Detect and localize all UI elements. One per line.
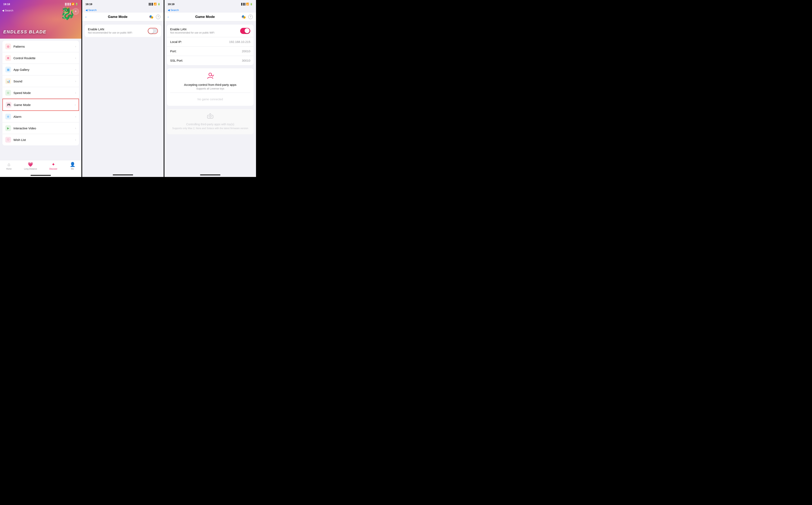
wish-list-label: Wish List — [13, 138, 75, 142]
status-icons-p2: ▐▐▐ 📶 🔋 — [148, 3, 160, 5]
me-nav-icon: 👤 — [70, 162, 75, 167]
help-button-p2[interactable]: ? — [156, 15, 160, 19]
help-button-p3[interactable]: ? — [248, 15, 253, 19]
wifi-icon-p2: 📶 — [154, 3, 157, 5]
nav-long-distance[interactable]: 💗 Long Distance — [24, 162, 37, 170]
local-ip-value: 192.168.10.215 — [229, 40, 250, 43]
battery-icon-p3: 🔋 — [250, 3, 253, 5]
signal-icon-p2: ▐▐▐ — [148, 3, 153, 5]
game-mode-chevron: › — [75, 103, 76, 106]
search-label-p1: Search — [5, 9, 13, 12]
menu-item-control-roulette[interactable]: ⊛ Control Roulette › — [2, 52, 79, 64]
profile-action-icon-p3[interactable]: 🎭 — [241, 15, 246, 19]
enable-lan-row-p2: Enable LAN Not recommended for use on pu… — [85, 25, 161, 37]
sound-chevron: › — [75, 79, 76, 83]
nav-home[interactable]: ⌂ Home — [6, 162, 12, 170]
search-back-p2[interactable]: ◀ Search — [86, 9, 97, 12]
third-party-accept-icon — [170, 72, 250, 81]
game-mode-content-p3: Enable LAN Not recommended for use on pu… — [164, 21, 256, 174]
home-nav-icon: ⌂ — [8, 162, 10, 167]
signal-icon: ▐▐▐▐ — [64, 3, 71, 5]
game-mode-label: Game Mode — [14, 103, 75, 107]
back-button-p3[interactable]: ‹ — [168, 15, 169, 18]
svg-rect-1 — [208, 115, 213, 118]
battery-icon-p2: 🔋 — [157, 3, 160, 5]
no-game-label: No game connected — [170, 95, 250, 102]
home-nav-label: Home — [6, 168, 12, 170]
status-time-p1: 19:18 — [3, 3, 10, 6]
phone-game-mode-on: 19:19 ▐▐▐ 📶 🔋 ◀ Search ‹ Game Mode 🎭 ? — [164, 0, 256, 177]
enable-lan-card-p3: Enable LAN Not recommended for use on pu… — [167, 25, 254, 65]
local-ip-row: Local IP: 192.168.10.215 — [167, 37, 254, 46]
hero-title: ENDLESS BLADE — [3, 29, 46, 35]
menu-item-game-mode[interactable]: 🎮 Game Mode › — [2, 99, 79, 111]
patterns-icon: ◎ — [5, 43, 11, 49]
interactive-video-icon: ▶ — [5, 125, 11, 131]
back-button-p2[interactable]: ‹ — [86, 15, 87, 18]
third-party-accept-section: Accepting control from third-party apps … — [167, 68, 254, 106]
toggle-knob-p2 — [149, 29, 153, 33]
status-time-p2: 19:19 — [86, 3, 92, 6]
enable-lan-toggle-p2[interactable] — [148, 28, 158, 34]
profile-action-icon-p2[interactable]: 🎭 — [149, 15, 153, 19]
third-party-accept-title: Accepting control from third-party apps — [170, 83, 250, 87]
menu-item-wish-list[interactable]: ♡ Wish List › — [2, 134, 79, 145]
nav-discover[interactable]: ✦ Discover — [49, 162, 57, 170]
ssl-port-value: 30010 — [242, 59, 250, 62]
status-icons-p1: ▐▐▐▐ 📶 🔋 — [64, 3, 78, 5]
patterns-chevron: › — [75, 45, 76, 48]
signal-icon-p3: ▐▐▐ — [241, 3, 245, 5]
status-bar-phone1: 19:18 ▐▐▐▐ 📶 🔋 — [0, 0, 82, 7]
hero-banner: 19:18 ▐▐▐▐ 📶 🔋 ◀ Search 🎭 + — [0, 0, 82, 39]
wish-list-icon: ♡ — [5, 137, 11, 143]
bottom-nav: ⌂ Home 💗 Long Distance ✦ Discover 👤 Me — [0, 160, 82, 174]
game-mode-content-p2: Enable LAN Not recommended for use on pu… — [82, 21, 164, 174]
menu-item-patterns[interactable]: ◎ Patterns › — [2, 41, 79, 52]
long-distance-nav-icon: 💗 — [28, 162, 33, 167]
port-value: 20010 — [242, 49, 250, 53]
wifi-icon-p3: 📶 — [246, 3, 249, 5]
search-nav-p1[interactable]: ◀ Search — [2, 9, 13, 12]
nav-header-p3: ‹ Game Mode 🎭 ? — [164, 13, 256, 21]
search-subnav-p3: ◀ Search — [164, 7, 256, 13]
control-roulette-chevron: › — [75, 56, 76, 59]
menu-item-sound[interactable]: 📊 Sound › — [2, 75, 79, 87]
enable-lan-toggle-p3[interactable] — [240, 28, 250, 34]
enable-lan-row-p3: Enable LAN Not recommended for use on pu… — [167, 25, 254, 37]
local-ip-label: Local IP: — [170, 40, 182, 43]
patterns-label: Patterns — [13, 45, 75, 48]
menu-section-main: ◎ Patterns › ⊛ Control Roulette › ▦ — [2, 41, 79, 145]
controlling-sub: Supports only Max 2, Nora and Solace wit… — [170, 127, 250, 130]
menu-item-interactive-video[interactable]: ▶ Interactive Video › — [2, 123, 79, 134]
menu-item-alarm[interactable]: ⊚ Alarm › — [2, 111, 79, 123]
ssl-port-row: SSL Port: 30010 — [167, 56, 254, 65]
no-game-divider: No game connected — [170, 93, 250, 102]
nav-me[interactable]: 👤 Me — [70, 162, 75, 170]
page-title-p3: Game Mode — [195, 15, 215, 19]
third-party-accept-sub: Supports all Lovense toys — [170, 87, 250, 90]
enable-lan-label-p2: Enable LAN — [88, 27, 148, 31]
me-nav-label: Me — [71, 168, 74, 170]
nav-header-p2: ‹ Game Mode 🎭 ? — [82, 13, 164, 21]
home-indicator-p2 — [113, 174, 133, 175]
app-gallery-icon: ▦ — [5, 67, 11, 72]
menu-item-speed-mode[interactable]: ⊙ Speed Mode › — [2, 87, 79, 99]
controlling-icon — [170, 113, 250, 121]
control-roulette-label: Control Roulette — [13, 56, 75, 60]
search-subnav-p2: ◀ Search — [82, 7, 164, 13]
page-title-p2: Game Mode — [108, 15, 127, 19]
app-gallery-chevron: › — [75, 68, 76, 71]
long-distance-nav-label: Long Distance — [24, 168, 37, 170]
search-icon: ◀ — [2, 9, 4, 12]
sound-icon: 📊 — [5, 78, 11, 84]
dragon-illustration: 🐉 — [60, 6, 75, 21]
status-bar-phone3: 19:19 ▐▐▐ 📶 🔋 — [164, 0, 256, 7]
menu-scroll-area: ◎ Patterns › ⊛ Control Roulette › ▦ — [0, 39, 82, 160]
port-label: Port: — [170, 49, 177, 53]
alarm-chevron: › — [75, 115, 76, 118]
port-row: Port: 20010 — [167, 46, 254, 56]
nav-actions-p3: 🎭 ? — [241, 15, 253, 19]
search-back-p3[interactable]: ◀ Search — [168, 9, 179, 12]
menu-item-app-gallery[interactable]: ▦ App Gallery › — [2, 64, 79, 75]
interactive-video-label: Interactive Video — [13, 127, 75, 130]
